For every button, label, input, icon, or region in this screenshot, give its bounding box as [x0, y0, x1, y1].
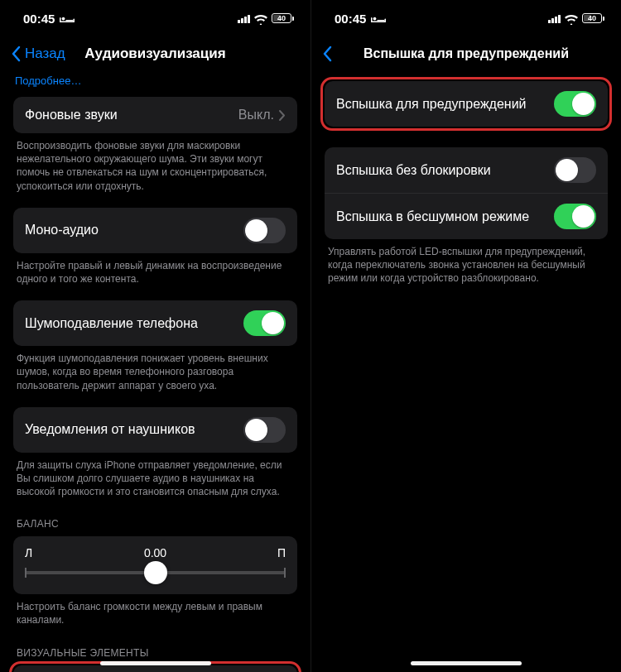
signal-icon: [238, 14, 250, 23]
balance-slider[interactable]: [25, 571, 286, 574]
status-bar: 00:45 40: [0, 0, 310, 36]
flash-alerts-row[interactable]: Вспышка для предупреждений Выкл.: [13, 665, 297, 672]
flash-unlocked-toggle[interactable]: [554, 157, 596, 183]
back-button[interactable]: [318, 42, 338, 65]
noise-cancel-label: Шумоподавление телефона: [25, 316, 198, 331]
balance-block: Л 0.00 П: [13, 536, 297, 594]
svg-point-3: [62, 17, 65, 21]
signal-icon: [548, 14, 561, 23]
chevron-left-icon: [12, 46, 22, 62]
battery-icon: 40: [582, 13, 604, 23]
svg-rect-1: [60, 17, 61, 22]
svg-rect-6: [385, 19, 387, 23]
balance-header: БАЛАНС: [13, 513, 297, 536]
svg-rect-4: [371, 22, 386, 23]
nav-bar: Назад Аудиовизуализация: [0, 36, 310, 71]
flash-silent-row: Вспышка в бесшумном режиме: [325, 193, 608, 239]
headphone-notif-label: Уведомления от наушников: [25, 422, 195, 437]
wifi-icon: [254, 13, 267, 23]
mono-audio-footer: Настройте правый и левый динамик на восп…: [13, 253, 297, 300]
noise-cancel-footer: Функция шумоподавления понижает уровень …: [13, 346, 297, 407]
home-indicator[interactable]: [100, 661, 211, 665]
phone-left: 00:45 40 Назад Аудиовизуализация Подробн…: [0, 0, 310, 672]
back-label: Назад: [25, 46, 65, 62]
highlight-box-right: Вспышка для предупреждений: [320, 77, 612, 131]
headphone-notif-footer: Для защиты слуха iPhone отправляет уведо…: [13, 453, 297, 514]
nav-bar: Вспышка для предупреждений: [311, 36, 621, 71]
phone-right: 00:45 40 Вспышка для предупреждений Вспы…: [310, 0, 621, 672]
battery-icon: 40: [272, 13, 294, 23]
flash-alerts-master-toggle[interactable]: [554, 91, 596, 117]
mono-audio-label: Моно-аудио: [25, 223, 99, 238]
svg-rect-5: [371, 17, 373, 22]
background-sounds-label: Фоновые звуки: [25, 108, 118, 122]
chevron-left-icon: [323, 46, 333, 62]
flash-footer: Управлять работой LED-вспышки для предуп…: [325, 239, 608, 300]
home-indicator[interactable]: [411, 661, 522, 665]
noise-cancel-row: Шумоподавление телефона: [13, 300, 297, 346]
svg-rect-0: [60, 22, 75, 23]
status-time: 00:45: [23, 12, 55, 26]
background-sounds-footer: Воспроизводить фоновые звуки для маскиро…: [13, 133, 297, 208]
mono-audio-row: Моно-аудио: [13, 208, 297, 253]
noise-cancel-toggle[interactable]: [243, 310, 286, 336]
status-time: 00:45: [335, 12, 366, 26]
wifi-icon: [565, 13, 578, 23]
flash-silent-toggle[interactable]: [554, 204, 596, 229]
svg-point-7: [373, 17, 377, 21]
bed-icon: [371, 13, 386, 23]
flash-silent-label: Вспышка в бесшумном режиме: [336, 209, 529, 224]
balance-value: 0.00: [25, 546, 286, 559]
headphone-notif-row: Уведомления от наушников: [13, 407, 297, 453]
flash-unlocked-row: Вспышка без блокировки: [325, 147, 608, 193]
back-button[interactable]: Назад: [7, 42, 70, 65]
background-sounds-value: Выкл.: [238, 108, 274, 122]
slider-thumb[interactable]: [144, 561, 167, 584]
mono-audio-toggle[interactable]: [243, 218, 286, 243]
status-bar: 00:45 40: [311, 0, 621, 36]
headphone-notif-toggle[interactable]: [243, 417, 286, 443]
flash-alerts-master-row: Вспышка для предупреждений: [325, 81, 608, 127]
flash-unlocked-label: Вспышка без блокировки: [336, 163, 491, 178]
chevron-right-icon: [279, 110, 286, 121]
bed-icon: [60, 13, 75, 23]
background-sounds-row[interactable]: Фоновые звуки Выкл.: [13, 97, 297, 133]
svg-rect-2: [74, 19, 75, 23]
page-title: Вспышка для предупреждений: [311, 46, 621, 61]
more-link[interactable]: Подробнее…: [13, 71, 297, 97]
flash-alerts-master-label: Вспышка для предупреждений: [336, 97, 527, 112]
balance-footer: Настроить баланс громкости между левым и…: [13, 594, 297, 641]
